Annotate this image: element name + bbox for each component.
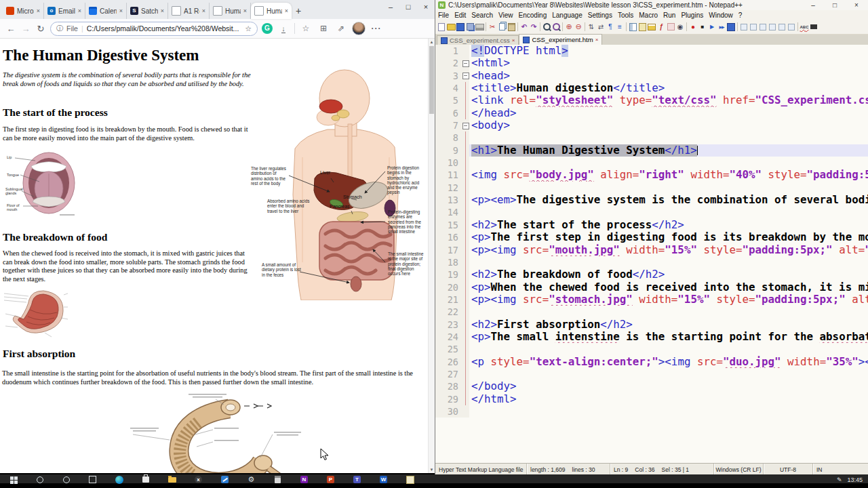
code-line-1[interactable]: 1<!DOCTYPE html> [435, 45, 868, 57]
code-line-20[interactable]: 20<p>When the chewed food is received in… [435, 281, 868, 293]
savemacro-icon[interactable] [726, 22, 736, 33]
funclist-icon[interactable] [637, 22, 647, 33]
taskbar-start-icon[interactable] [0, 475, 26, 484]
code-line-17[interactable]: 17<p><img src="mouth.jpg" width="15%" st… [435, 244, 868, 256]
notepad-minimize-button[interactable]: – [804, 0, 823, 10]
status-insert-mode[interactable]: IN [813, 464, 868, 475]
code-line-15[interactable]: 15<h2>The start of the process</h2> [435, 219, 868, 231]
code-text[interactable]: <p>The small intenstine is the starting … [469, 331, 868, 343]
code-text[interactable]: <!DOCTYPE html> [469, 45, 868, 57]
notepad-maximize-button[interactable]: □ [825, 0, 844, 10]
cut-icon[interactable] [488, 22, 497, 33]
menu-search[interactable]: Search [469, 12, 496, 19]
refresh-icon[interactable]: ↻ [35, 24, 46, 34]
doc-tab-CSS_experiment.htm[interactable]: CSS_experiment.htm× [519, 34, 602, 45]
download-icon[interactable]: ↓ [277, 24, 290, 33]
browser-tab-2[interactable]: oEmail -× [44, 3, 85, 19]
code-line-13[interactable]: 13<p><em>The digestive system is the com… [435, 194, 868, 206]
code-text[interactable]: <p>The first step in digesting food is i… [469, 231, 868, 243]
doc-tab-close-icon[interactable]: × [595, 37, 599, 43]
taskbar-store-icon[interactable] [132, 475, 159, 484]
code-text[interactable]: </html> [469, 393, 868, 405]
menu-macro[interactable]: Macro [636, 12, 660, 19]
taskbar-task-icon[interactable] [79, 475, 106, 484]
code-text[interactable]: <h2>First absorption</h2> [469, 319, 868, 331]
code-text[interactable] [469, 405, 868, 418]
tab-close-icon[interactable]: × [37, 7, 40, 14]
code-line-24[interactable]: 24<p>The small intenstine is the startin… [435, 331, 868, 343]
browser-tab-6[interactable]: Human× [210, 3, 251, 19]
code-text[interactable] [469, 306, 868, 318]
windows-ink-icon[interactable]: ✎ [837, 476, 842, 483]
code-editor[interactable]: 1<!DOCTYPE html>2<html>3<head>4<title>Hu… [435, 45, 868, 463]
taskbar-folder-icon[interactable] [159, 475, 185, 484]
menu-plugins[interactable]: Plugins [678, 12, 706, 19]
runscript-icon[interactable] [656, 22, 666, 33]
dark-icon[interactable] [809, 22, 818, 33]
guide-icon[interactable] [615, 22, 625, 33]
tab-close-icon[interactable]: × [78, 7, 81, 14]
tab-close-icon[interactable]: × [161, 7, 164, 14]
abc-icon[interactable] [800, 22, 809, 33]
notepad-close-button[interactable]: × [847, 0, 866, 10]
print-icon[interactable] [475, 22, 484, 33]
code-text[interactable]: <p style="text-align:center;"><img src="… [469, 356, 868, 368]
taskbar-calc-icon[interactable] [264, 475, 291, 484]
code-line-11[interactable]: 11<img src="body.jpg" align="right" widt… [435, 169, 868, 181]
menu-window[interactable]: Window [706, 12, 736, 19]
close-button[interactable]: × [417, 0, 435, 14]
taskbar-word-icon[interactable]: W [370, 475, 397, 484]
menu-settings[interactable]: Settings [585, 12, 615, 19]
menu-view[interactable]: View [496, 12, 516, 19]
code-line-27[interactable]: 27 [435, 368, 868, 380]
menu-run[interactable]: Run [660, 12, 678, 19]
code-text[interactable] [469, 131, 868, 144]
taskbar-snip-icon[interactable] [397, 475, 423, 484]
menu-file[interactable]: File [435, 12, 452, 19]
code-text[interactable]: <head> [469, 70, 868, 82]
code-line-8[interactable]: 8 [435, 131, 868, 144]
code-line-10[interactable]: 10 [435, 157, 868, 169]
code-text[interactable]: <p><em>The digestive system is the combi… [469, 194, 868, 206]
browser-tab-1[interactable]: Micros× [3, 3, 44, 19]
menu-edit[interactable]: Edit [452, 12, 469, 19]
copy-icon[interactable] [497, 22, 507, 33]
menu-tools[interactable]: Tools [615, 12, 636, 19]
eye-icon[interactable] [675, 22, 685, 33]
pp-icon[interactable] [787, 22, 796, 33]
new-tab-button[interactable]: + [292, 5, 305, 16]
taskbar-onenote-icon[interactable]: N [291, 475, 317, 484]
play-icon[interactable] [707, 22, 717, 33]
taskbar-cortana-icon[interactable] [53, 475, 79, 484]
taskbar-wb-icon[interactable] [212, 475, 238, 484]
favorites-icon[interactable]: ☆ [299, 24, 313, 33]
code-text[interactable]: <h1>The Human Digestive System</h1> [469, 144, 868, 157]
code-text[interactable]: <h2>The start of the process</h2> [469, 219, 868, 231]
collections-icon[interactable]: ⊞ [317, 24, 330, 33]
minimize-button[interactable]: – [382, 0, 399, 14]
code-line-12[interactable]: 12 [435, 182, 868, 194]
code-line-18[interactable]: 18 [435, 256, 868, 268]
synch-icon[interactable] [596, 22, 606, 33]
grammarly-icon[interactable]: G [262, 23, 273, 34]
code-text[interactable]: <body> [469, 119, 868, 131]
code-text[interactable] [469, 368, 868, 380]
profile-avatar[interactable] [352, 22, 366, 35]
back-icon[interactable]: ← [5, 24, 16, 34]
taskbar-ppt-icon[interactable]: P [317, 475, 344, 484]
taskbar-search-icon[interactable] [26, 475, 53, 484]
rec-icon[interactable] [688, 22, 698, 33]
fold-box-icon[interactable] [462, 57, 469, 69]
code-line-2[interactable]: 2<html> [435, 57, 868, 69]
maximize-button[interactable]: □ [399, 0, 417, 14]
browser-tab-4[interactable]: SSatche× [127, 3, 168, 19]
doc-tab-CSS_experiment.css[interactable]: CSS_experiment.css× [437, 35, 519, 45]
pp-icon[interactable] [749, 22, 758, 33]
code-text[interactable] [469, 182, 868, 194]
code-text[interactable]: <img src="body.jpg" align="right" width=… [469, 169, 868, 181]
status-encoding[interactable]: UTF-8 [764, 464, 813, 475]
tab-close-icon[interactable]: × [202, 7, 205, 14]
code-text[interactable]: </head> [469, 107, 868, 119]
save-icon[interactable] [456, 22, 465, 33]
code-text[interactable]: <p>When the chewed food is received into… [469, 281, 868, 293]
